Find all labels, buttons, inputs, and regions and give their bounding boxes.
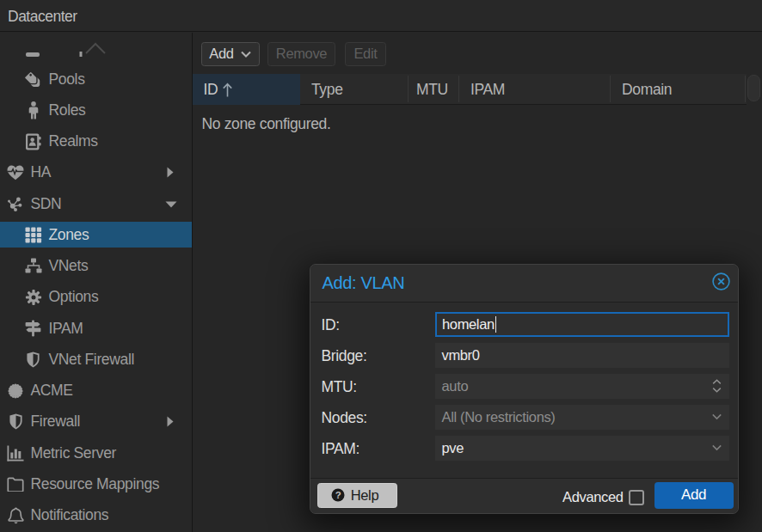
- svg-text:?: ?: [335, 490, 341, 500]
